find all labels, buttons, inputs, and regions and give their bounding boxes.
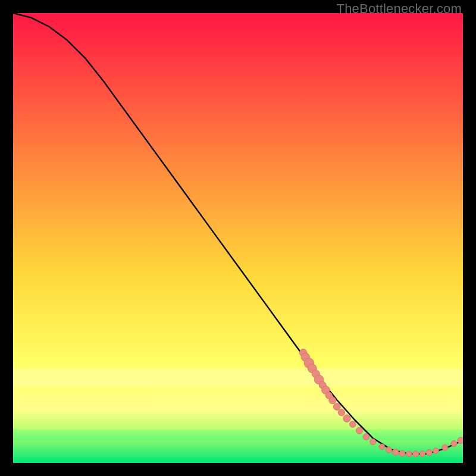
data-point xyxy=(349,421,356,428)
data-point xyxy=(433,448,439,454)
data-point xyxy=(442,444,448,450)
data-point xyxy=(458,437,463,444)
data-point xyxy=(370,439,376,444)
data-point xyxy=(329,397,336,404)
data-point xyxy=(363,434,369,440)
data-point xyxy=(392,449,399,456)
data-point xyxy=(451,440,457,446)
data-point xyxy=(399,450,405,456)
data-point xyxy=(343,415,351,422)
band-highlight-yellow xyxy=(13,368,463,386)
data-point xyxy=(386,447,392,453)
band-highlight-green xyxy=(13,430,463,440)
data-point xyxy=(333,403,340,411)
bottleneck-chart xyxy=(13,13,463,463)
data-point xyxy=(356,427,362,434)
data-point xyxy=(413,451,419,457)
data-point xyxy=(379,444,385,450)
data-point xyxy=(338,409,345,416)
gradient-background xyxy=(13,13,463,463)
chart-frame xyxy=(13,13,463,463)
data-point xyxy=(406,451,412,457)
data-point xyxy=(426,450,432,456)
data-point xyxy=(419,451,425,457)
